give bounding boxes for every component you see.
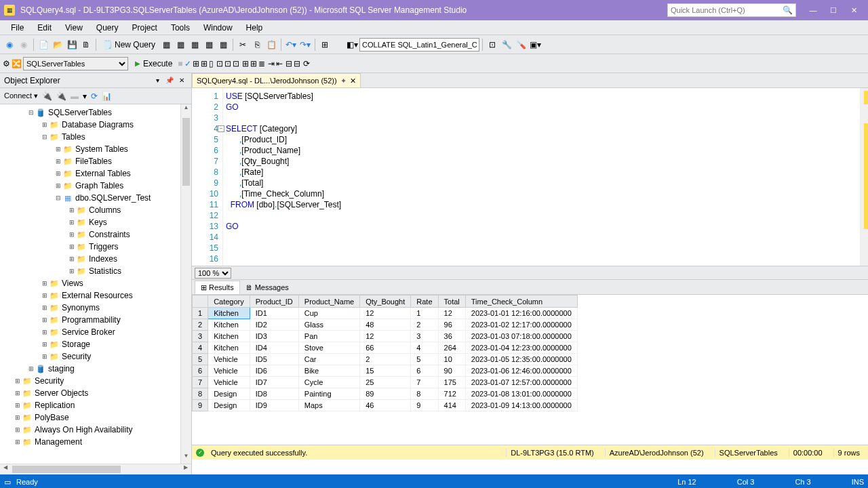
row-number[interactable]: 9 [193,400,208,411]
sql-editor[interactable]: 12345678910111213141516 USE [SQLServerTa… [192,88,868,266]
tree-node[interactable]: ⊞📁External Tables [0,167,191,180]
tb-grid-icon[interactable]: ⊞ [318,38,332,52]
cell[interactable]: Maps [298,400,359,411]
cell[interactable]: Cycle [298,377,359,388]
object-tree[interactable]: ⊟🛢️SQLServerTables⊞📁Database Diagrams⊟📁T… [0,104,191,464]
row-number[interactable]: 2 [193,319,208,331]
cell[interactable]: 414 [438,400,465,411]
cell[interactable]: 6 [411,365,438,377]
zoom-select[interactable]: 100 % [195,268,231,279]
tree-node[interactable]: ⊞📁Synonyms [0,302,191,314]
row-number[interactable]: 7 [193,377,208,388]
col-header[interactable]: Qty_Bought [360,296,411,308]
cell[interactable]: 2023-01-08 13:01:00.0000000 [465,388,577,400]
col-header[interactable]: Product_ID [250,296,298,308]
tree-node[interactable]: ⊞📁Server Objects [0,387,191,399]
save-icon[interactable]: 💾 [65,38,79,52]
tree-node[interactable]: ⊞📁Views [0,277,191,289]
cell[interactable]: Painting [298,388,359,400]
scroll-up-icon[interactable]: ▲ [181,104,191,115]
stop-button[interactable]: ■ [178,59,182,68]
expand-icon[interactable]: ⊞ [41,353,49,360]
cell[interactable]: ID3 [250,331,298,342]
cell[interactable]: Kitchen [208,342,250,354]
cell[interactable]: ID5 [250,354,298,365]
tab-close-icon[interactable]: ✕ [350,77,356,85]
quick-launch[interactable]: 🔍 [667,3,796,17]
tb-icon-2[interactable]: ▦ [174,38,187,52]
expand-icon[interactable]: ⊞ [41,329,49,336]
row-number[interactable]: 6 [193,365,208,377]
cell[interactable]: 2023-01-07 12:57:00.0000000 [465,377,577,388]
tb-icon-3[interactable]: ▦ [188,38,201,52]
expand-icon[interactable]: ⊞ [14,378,22,384]
cut-icon[interactable]: ✂ [236,38,250,52]
conn-icon-6[interactable]: 📊 [102,92,112,101]
table-row[interactable]: 9DesignID9Maps4694142023-01-09 14:13:00.… [193,400,578,411]
row-header[interactable] [193,296,208,308]
tb-ext-2[interactable]: 🔧 [500,38,513,52]
row-number[interactable]: 8 [193,388,208,400]
cell[interactable]: 2023-01-09 14:13:00.0000000 [465,400,577,411]
results-grid[interactable]: CategoryProduct_IDProduct_NameQty_Bought… [192,294,868,445]
indent-icon[interactable]: ⇥ [268,59,275,68]
expand-icon[interactable]: ⊞ [27,365,35,372]
redo-icon[interactable]: ↷▾ [298,38,312,52]
cell[interactable]: Kitchen [208,308,250,319]
tree-vscrollbar[interactable]: ▲ ▼ [180,104,191,464]
tb-ext-1[interactable]: ⊡ [486,38,499,52]
new-item-icon[interactable]: 📄 [37,38,50,52]
menu-file[interactable]: File [4,23,31,33]
cell[interactable]: 4 [411,342,438,354]
cell[interactable]: Vehicle [208,354,250,365]
cell[interactable]: ID1 [250,308,298,319]
tb-icon-5[interactable]: ▦ [216,38,230,52]
forward-button[interactable]: ◉ [17,38,31,52]
tb-icon-1[interactable]: ▦ [159,38,173,52]
cell[interactable]: Bike [298,365,359,377]
expand-icon[interactable]: ⊞ [54,182,62,189]
cell[interactable]: Glass [298,319,359,331]
expand-icon[interactable]: ⊞ [14,414,22,421]
cell[interactable]: ID9 [250,400,298,411]
database-selector[interactable]: SQLServerTables [23,57,128,70]
cell[interactable]: Pan [298,331,359,342]
cell[interactable]: Kitchen [208,319,250,331]
tb-ext-4[interactable]: ▣▾ [528,38,542,52]
col-header[interactable]: Total [438,296,465,308]
sql-tb-icon-6[interactable]: ⊞ [201,59,208,68]
table-row[interactable]: 5VehicleID5Car25102023-01-05 12:35:00.00… [193,354,578,365]
conn-icon-2[interactable]: 🔌 [56,92,66,101]
connect-button[interactable]: Connect ▾ [4,92,38,100]
cell[interactable]: Car [298,354,359,365]
expand-icon[interactable]: ⊞ [41,317,49,323]
menu-query[interactable]: Query [90,23,125,33]
save-all-icon[interactable]: 🗎 [79,38,93,52]
cell[interactable]: Cup [298,308,359,319]
cell[interactable]: 36 [438,331,465,342]
tree-node[interactable]: ⊞📁Statistics [0,265,191,277]
col-header[interactable]: Product_Name [298,296,359,308]
cell[interactable]: 1 [411,308,438,319]
cell[interactable]: 2 [411,319,438,331]
tb-ext-3[interactable]: 🪛 [514,38,528,52]
cell[interactable]: 96 [438,319,465,331]
menu-tools[interactable]: Tools [164,23,197,33]
tree-node[interactable]: ⊞📁Management [0,436,191,448]
sql-tb-icon-8[interactable]: ⊡ [216,59,223,68]
cell[interactable]: ID8 [250,388,298,400]
tree-node[interactable]: ⊞📁FileTables [0,155,191,167]
conn-icon-3[interactable]: ▬ [71,92,79,101]
uncomment-icon[interactable]: ⊟ [294,59,300,68]
tb-icon-4[interactable]: ▦ [202,38,216,52]
tree-node[interactable]: ⊞📁PolyBase [0,411,191,424]
cell[interactable]: 264 [438,342,465,354]
expand-icon[interactable]: ⊞ [68,207,76,214]
minimize-button[interactable]: — [803,3,823,18]
menu-view[interactable]: View [58,23,90,33]
cell[interactable]: 12 [360,331,411,342]
back-button[interactable]: ◉ [3,38,16,52]
tree-node[interactable]: ⊞📁System Tables [0,143,191,155]
expand-icon[interactable]: ⊞ [68,268,76,274]
expand-icon[interactable]: ⊞ [41,341,49,348]
